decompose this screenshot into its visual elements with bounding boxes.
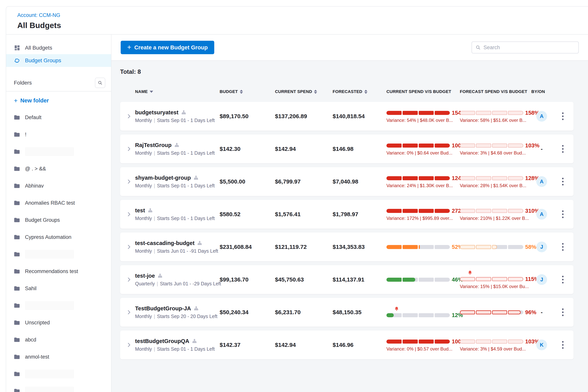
- folder-item-label: Unscripted: [25, 320, 50, 326]
- row-options-menu-button[interactable]: [560, 110, 566, 122]
- folder-item[interactable]: Anomalies RBAC test: [6, 197, 111, 208]
- by-on-empty-value: -: [541, 309, 543, 316]
- create-budget-group-button[interactable]: + Create a new Budget Group: [121, 41, 214, 54]
- budget-group-row[interactable]: test-cascading-budget Monthly|Starts Jun…: [120, 232, 574, 261]
- sidebar-item-budget-groups[interactable]: Budget Groups: [6, 54, 111, 67]
- by-on-cell: A: [531, 176, 552, 187]
- chevron-right-icon[interactable]: [126, 309, 132, 315]
- breadcrumb-account-link[interactable]: Account: CCM-NG: [17, 12, 588, 18]
- chevron-right-icon[interactable]: [126, 146, 132, 152]
- by-on-cell: K: [531, 340, 552, 350]
- forecast-spend-progress-bar: [460, 340, 523, 344]
- current-spend-progress-bar: [386, 111, 450, 115]
- by-on-empty-value: -: [541, 146, 543, 152]
- search-input[interactable]: [484, 44, 578, 50]
- folder-item[interactable]: Recommendations test: [6, 266, 111, 277]
- budget-group-row[interactable]: shyam-budget-group Monthly|Starts Sep 01…: [120, 167, 574, 196]
- divider: [6, 91, 111, 92]
- folder-item-label: anmol-test: [25, 354, 49, 360]
- current-vs-budget-cell: 154% Variance: 54% | $48.0K over B...: [386, 110, 460, 123]
- folder-item[interactable]: Unscripted: [6, 317, 111, 328]
- folder-item[interactable]: [6, 300, 111, 311]
- column-header-forecasted[interactable]: FORECASTED: [332, 89, 386, 94]
- column-header-budget[interactable]: BUDGET: [220, 89, 275, 94]
- budget-name-cell: TestBudgetGroup-JA Monthly|Starts Sep 20…: [135, 305, 220, 319]
- current-spend-progress-bar: [386, 245, 450, 249]
- page-header: Account: CCM-NG All Budgets: [6, 6, 588, 34]
- budget-group-hierarchy-icon: [194, 306, 199, 311]
- column-header-current-spend[interactable]: CURRENT SPEND: [275, 89, 332, 94]
- sidebar-item-all-budgets[interactable]: All Budgets: [6, 42, 111, 54]
- table-area: Total: 8 NAME BUDGET CURRENT SPEND: [112, 61, 588, 392]
- row-options-menu-button[interactable]: [560, 339, 566, 351]
- current-spend-progress-bar: [386, 209, 450, 213]
- current-spend-value: $6,231.70: [275, 309, 332, 316]
- chevron-right-icon[interactable]: [126, 342, 132, 348]
- folder-item[interactable]: Cypress Automation: [6, 232, 111, 243]
- budget-period-info: Monthly|Starts Sep 01 - 1 Days Left: [135, 183, 220, 188]
- avatar: A: [536, 209, 547, 220]
- budget-period-info: Monthly|Starts Sep 01 - 1 Days Left: [135, 216, 220, 221]
- folder-icon: [14, 388, 20, 392]
- folder-item[interactable]: [6, 249, 111, 260]
- budget-group-hierarchy-icon: [174, 143, 179, 148]
- row-options-menu-button[interactable]: [560, 241, 566, 253]
- current-spend-progress-bar: [386, 176, 450, 180]
- folder-item[interactable]: [6, 386, 111, 392]
- chevron-right-icon[interactable]: [126, 113, 132, 119]
- forecast-spend-progress-bar: [460, 176, 523, 180]
- column-header-name[interactable]: NAME: [135, 89, 220, 94]
- current-vs-budget-cell: 100% Variance: 0% | $0.57 over Bud...: [386, 338, 460, 352]
- main-panel: + Create a new Budget Group Total: 8 NAM…: [112, 34, 588, 392]
- budget-group-row[interactable]: TestBudgetGroup-JA Monthly|Starts Sep 20…: [120, 298, 574, 327]
- folder-item[interactable]: Default: [6, 112, 111, 123]
- new-folder-button[interactable]: + New folder: [14, 97, 111, 104]
- folder-item[interactable]: [6, 146, 111, 157]
- forecast-variance-text: Variance: 28% | $1.54K over B...: [460, 183, 526, 188]
- folder-item[interactable]: Budget Groups: [6, 214, 111, 226]
- current-variance-text: Variance: 172% | $995.89 over...: [386, 216, 453, 221]
- chevron-right-icon[interactable]: [126, 179, 132, 184]
- table-header: NAME BUDGET CURRENT SPEND FORECASTED: [120, 89, 574, 94]
- folder-item[interactable]: Abhinav: [6, 180, 111, 192]
- search-icon: [98, 80, 102, 85]
- folder-item[interactable]: !: [6, 129, 111, 140]
- folder-item[interactable]: @ . > &&: [6, 163, 111, 174]
- forecast-variance-text: Variance: 3% | $4.68 over Bud...: [460, 150, 526, 156]
- chevron-right-icon[interactable]: [126, 211, 132, 217]
- column-header-forecast-vs-budget: FORECAST SPEND V/S BUDGET: [460, 89, 531, 94]
- budget-group-row[interactable]: budgetsuryatest Monthly|Starts Sep 01 - …: [120, 102, 574, 131]
- total-count: Total: 8: [120, 68, 574, 75]
- folder-item[interactable]: anmol-test: [6, 351, 111, 362]
- current-variance-text: Variance: 54% | $48.0K over B...: [386, 118, 453, 123]
- folder-icon: [14, 303, 20, 308]
- folder-item[interactable]: Sahil: [6, 283, 111, 294]
- by-on-cell: A: [531, 111, 552, 122]
- dashboard-icon: [14, 44, 20, 51]
- avatar: J: [536, 274, 547, 285]
- folder-icon: [14, 337, 20, 342]
- folders-header: Folders: [6, 78, 111, 88]
- budget-group-row[interactable]: test-joe Quarterly|Starts Jun 01 - -29 D…: [120, 265, 574, 294]
- budget-group-hierarchy-icon: [194, 176, 198, 180]
- row-options-menu-button[interactable]: [560, 306, 566, 318]
- budget-group-name: test: [135, 207, 145, 214]
- row-options-menu-button[interactable]: [560, 176, 566, 187]
- folder-item[interactable]: abcd: [6, 334, 111, 345]
- budget-value: $580.52: [220, 211, 275, 218]
- budget-group-row[interactable]: test Monthly|Starts Sep 01 - 1 Days Left…: [120, 200, 574, 229]
- chevron-right-icon[interactable]: [126, 277, 132, 282]
- forecast-spend-progress-bar: [460, 277, 523, 281]
- budget-group-name: test-cascading-budget: [135, 240, 194, 246]
- budget-group-row[interactable]: RajTestGroup Monthly|Starts Sep 01 - 1 D…: [120, 134, 574, 163]
- folder-item[interactable]: [6, 368, 111, 380]
- chevron-right-icon[interactable]: [126, 244, 132, 250]
- budget-rows: budgetsuryatest Monthly|Starts Sep 01 - …: [120, 102, 574, 359]
- row-options-menu-button[interactable]: [560, 208, 566, 220]
- sidebar: All Budgets Budget Groups Folders: [6, 34, 112, 392]
- budget-group-row[interactable]: testBudgetGroupQA Monthly|Starts Sep 01 …: [120, 330, 574, 359]
- row-options-menu-button[interactable]: [560, 143, 566, 155]
- sidebar-item-label: All Budgets: [25, 45, 52, 51]
- row-options-menu-button[interactable]: [560, 274, 566, 285]
- folder-search-button[interactable]: [95, 78, 105, 88]
